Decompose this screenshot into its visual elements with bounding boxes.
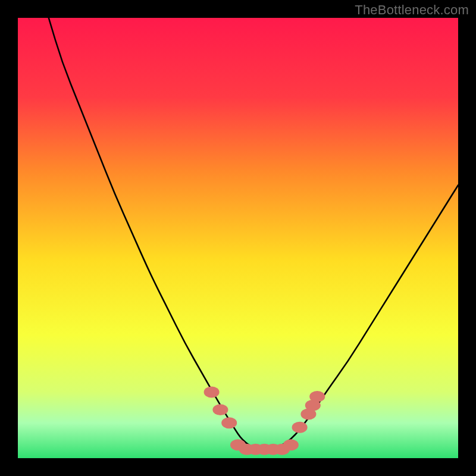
marker-point [283, 439, 299, 450]
chart-frame: TheBottleneck.com [0, 0, 476, 476]
plot-area [18, 18, 458, 458]
marker-point [204, 387, 220, 398]
watermark-label: TheBottleneck.com [355, 2, 469, 18]
marker-point [212, 404, 228, 415]
curve-main-curve [49, 18, 458, 449]
marker-point [221, 417, 237, 428]
marker-point [309, 391, 325, 402]
marker-point [292, 422, 308, 433]
curve-layer [18, 18, 458, 458]
